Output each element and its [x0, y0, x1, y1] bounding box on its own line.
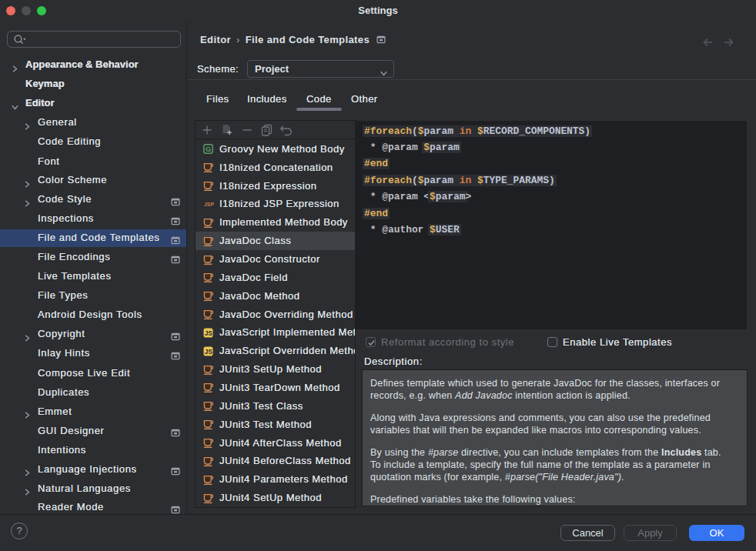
- svg-text:G: G: [206, 145, 211, 153]
- svg-text:JS: JS: [205, 349, 213, 356]
- svg-text:JS: JS: [205, 330, 213, 337]
- svg-text:JSP: JSP: [204, 202, 214, 207]
